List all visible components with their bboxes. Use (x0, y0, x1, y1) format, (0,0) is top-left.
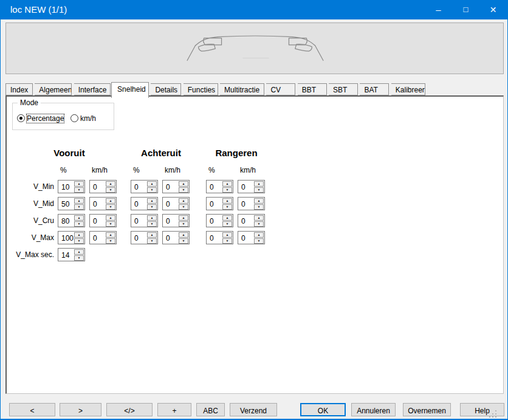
spin-down-button[interactable]: ▼ (254, 238, 264, 244)
spin-up-button[interactable]: ▲ (74, 215, 84, 221)
next-button[interactable]: > (60, 403, 101, 416)
tab-sbt[interactable]: SBT (329, 83, 358, 95)
tab-snelheid[interactable]: Snelheid (111, 82, 149, 98)
spin-up-button[interactable]: ▲ (222, 215, 232, 221)
tab-bbt[interactable]: BBT (298, 83, 327, 95)
spin-up-button[interactable]: ▲ (179, 181, 188, 187)
close-button[interactable]: ✕ (479, 0, 507, 19)
spin-down-button[interactable]: ▼ (106, 221, 115, 227)
tab-bat[interactable]: BAT (360, 83, 389, 95)
spin-up-button[interactable]: ▲ (147, 232, 157, 238)
spinner-vmid-vooruit-kmh[interactable]: 0▲▼ (89, 197, 117, 210)
spin-down-button[interactable]: ▼ (179, 238, 188, 244)
maximize-button[interactable]: □ (452, 0, 479, 19)
spin-up-button[interactable]: ▲ (147, 181, 157, 187)
spinner-vmid-rangeren-pct[interactable]: 0▲▼ (206, 197, 233, 210)
spinner-vcru-achteruit-kmh[interactable]: 0▲▼ (162, 214, 190, 227)
tab-functies[interactable]: Functies (184, 83, 218, 95)
spin-down-button[interactable]: ▼ (106, 238, 115, 244)
tab-kalibreer[interactable]: Kalibreer (391, 83, 425, 95)
spinner-vmin-rangeren-pct[interactable]: 0▲▼ (206, 180, 233, 193)
spinner-vmin-vooruit-pct[interactable]: 10▲▼ (58, 180, 85, 193)
spinner-vmin-vooruit-kmh[interactable]: 0▲▼ (89, 180, 117, 193)
spin-down-button[interactable]: ▼ (254, 221, 264, 227)
annuleren-button[interactable]: Annuleren (351, 403, 396, 416)
tab-interface[interactable]: Interface (74, 83, 111, 95)
spin-up-button[interactable]: ▲ (74, 181, 84, 187)
spinner-vmin-rangeren-kmh[interactable]: 0▲▼ (238, 180, 265, 193)
spin-down-button[interactable]: ▼ (74, 204, 84, 210)
spinner-vmid-achteruit-pct[interactable]: 0▲▼ (131, 197, 158, 210)
titlebar[interactable]: loc NEW (1/1) – □ ✕ (1, 0, 507, 19)
tab-algemeen[interactable]: Algemeen (35, 83, 72, 95)
spin-down-button[interactable]: ▼ (147, 238, 157, 244)
spin-down-button[interactable]: ▼ (106, 204, 115, 210)
spin-down-button[interactable]: ▼ (222, 221, 232, 227)
spinner-vmax-sec[interactable]: 14▲▼ (58, 248, 85, 261)
spin-up-button[interactable]: ▲ (74, 198, 84, 204)
spin-down-button[interactable]: ▼ (179, 204, 188, 210)
help-button[interactable]: Help (460, 403, 504, 416)
spin-down-button[interactable]: ▼ (147, 187, 157, 193)
spinner-vmax-rangeren-kmh[interactable]: 0▲▼ (238, 231, 265, 244)
spinner-vcru-rangeren-pct[interactable]: 0▲▼ (206, 214, 233, 227)
spin-up-button[interactable]: ▲ (222, 198, 232, 204)
spin-down-button[interactable]: ▼ (222, 238, 232, 244)
spin-down-button[interactable]: ▼ (74, 187, 84, 193)
spin-up-button[interactable]: ▲ (106, 198, 115, 204)
spin-down-button[interactable]: ▼ (179, 221, 188, 227)
code-button[interactable]: </> (106, 403, 153, 416)
spinner-vmid-rangeren-kmh[interactable]: 0▲▼ (238, 197, 265, 210)
spin-down-button[interactable]: ▼ (222, 187, 232, 193)
spin-up-button[interactable]: ▲ (179, 198, 188, 204)
prev-button[interactable]: < (9, 403, 55, 416)
spinner-vmax-achteruit-pct[interactable]: 0▲▼ (131, 231, 158, 244)
spin-down-button[interactable]: ▼ (179, 187, 188, 193)
spin-down-button[interactable]: ▼ (74, 221, 84, 227)
spin-down-button[interactable]: ▼ (222, 204, 232, 210)
spinner-vmax-achteruit-kmh[interactable]: 0▲▼ (162, 231, 190, 244)
spinner-vcru-vooruit-kmh[interactable]: 0▲▼ (89, 214, 117, 227)
verzend-button[interactable]: Verzend (230, 403, 277, 416)
spinner-vmax-rangeren-pct[interactable]: 0▲▼ (206, 231, 233, 244)
spin-up-button[interactable]: ▲ (254, 215, 264, 221)
spin-up-button[interactable]: ▲ (254, 232, 264, 238)
spin-up-button[interactable]: ▲ (74, 249, 84, 255)
spin-up-button[interactable]: ▲ (254, 181, 264, 187)
spin-down-button[interactable]: ▼ (74, 238, 84, 244)
spin-up-button[interactable]: ▲ (74, 232, 84, 238)
spin-down-button[interactable]: ▼ (147, 204, 157, 210)
tab-multitractie[interactable]: Multitractie (220, 83, 264, 95)
spin-up-button[interactable]: ▲ (106, 215, 115, 221)
spin-up-button[interactable]: ▲ (254, 198, 264, 204)
spinner-vmax-vooruit-pct[interactable]: 100▲▼ (58, 231, 85, 244)
spinner-vmax-vooruit-kmh[interactable]: 0▲▼ (89, 231, 117, 244)
spin-up-button[interactable]: ▲ (106, 181, 115, 187)
spin-up-button[interactable]: ▲ (106, 232, 115, 238)
tab-cv[interactable]: CV (266, 83, 295, 95)
spin-down-button[interactable]: ▼ (254, 204, 264, 210)
tab-index[interactable]: Index (5, 83, 33, 95)
spin-down-button[interactable]: ▼ (106, 187, 115, 193)
overnemen-button[interactable]: Overnemen (403, 403, 451, 416)
spinner-vcru-achteruit-pct[interactable]: 0▲▼ (131, 214, 158, 227)
spin-up-button[interactable]: ▲ (179, 232, 188, 238)
ok-button[interactable]: OK (300, 403, 346, 416)
spin-down-button[interactable]: ▼ (254, 187, 264, 193)
resize-grip[interactable] (488, 409, 496, 418)
spin-up-button[interactable]: ▲ (222, 232, 232, 238)
spinner-vmin-achteruit-pct[interactable]: 0▲▼ (131, 180, 158, 193)
spin-down-button[interactable]: ▼ (74, 255, 84, 261)
minimize-button[interactable]: – (425, 0, 452, 19)
spinner-vcru-rangeren-kmh[interactable]: 0▲▼ (238, 214, 265, 227)
spinner-vmid-achteruit-kmh[interactable]: 0▲▼ (162, 197, 190, 210)
spinner-vcru-vooruit-pct[interactable]: 80▲▼ (58, 214, 85, 227)
spinner-vmid-vooruit-pct[interactable]: 50▲▼ (58, 197, 85, 210)
spin-up-button[interactable]: ▲ (147, 215, 157, 221)
tab-details[interactable]: Details (151, 83, 181, 95)
add-button[interactable]: + (157, 403, 191, 416)
spin-down-button[interactable]: ▼ (147, 221, 157, 227)
abc-button[interactable]: ABC (196, 403, 225, 416)
spin-up-button[interactable]: ▲ (222, 181, 232, 187)
spin-up-button[interactable]: ▲ (147, 198, 157, 204)
